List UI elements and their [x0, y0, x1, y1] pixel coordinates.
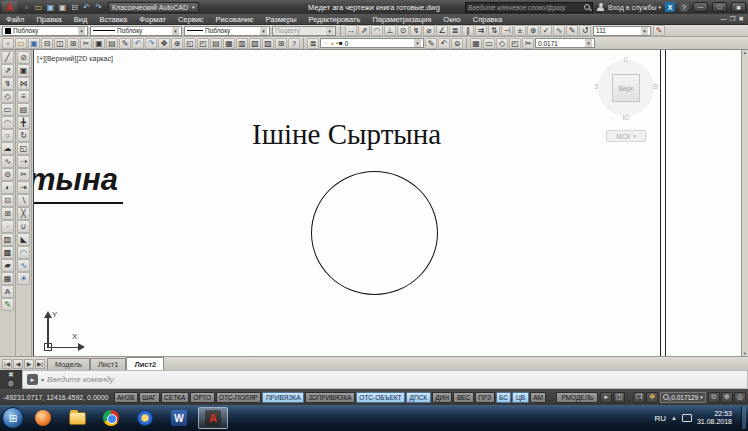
convert-to-viewport-icon[interactable]: ◰ — [509, 38, 521, 49]
menu-item[interactable]: Параметризация — [366, 15, 437, 24]
workspace-dropdown[interactable]: Классический AutoCAD ▾ — [108, 2, 199, 13]
open-file-icon[interactable]: ▭ — [15, 38, 27, 49]
drawing-canvas[interactable]: [+][Верхний][2D каркас] Ішіне Сыртына ты… — [33, 50, 741, 356]
language-indicator[interactable]: RU — [654, 414, 666, 423]
start-button[interactable]: ⊞ — [2, 407, 24, 429]
network-display-icon[interactable] — [682, 414, 692, 422]
minimize-button[interactable]: — — [693, 2, 708, 12]
spline-icon[interactable]: ∿ — [1, 155, 14, 168]
paste-icon[interactable]: ▤ — [106, 38, 118, 49]
tab-model[interactable]: Модель — [47, 358, 90, 370]
stretch-icon[interactable]: ⇢ — [17, 155, 30, 168]
quickview-layouts-icon[interactable]: ◫ — [613, 392, 625, 403]
plot-preview-icon[interactable]: ◫ — [54, 38, 66, 49]
doc-minimize-button[interactable]: — — [720, 15, 727, 23]
menu-item[interactable]: Вид — [68, 15, 94, 24]
mtext-icon[interactable]: A — [1, 285, 14, 298]
new-file-icon[interactable]: ▫ — [21, 2, 32, 13]
tab-nav-button[interactable]: ▶| — [35, 359, 45, 369]
designcenter-icon[interactable]: ▦ — [223, 38, 235, 49]
taskbar-word[interactable]: W — [164, 407, 194, 429]
help-icon[interactable]: ? — [679, 2, 689, 12]
circle-icon[interactable]: ○ — [1, 129, 14, 142]
toggle-3dosnap[interactable]: 3DПРИВЯЗКА — [305, 392, 355, 403]
dim-angular-icon[interactable]: ∠ — [436, 25, 448, 36]
layer-dropdown[interactable]: ☼☀▪■ 0 ▾ — [320, 38, 424, 48]
command-input[interactable]: ▸ ▾ Введите команду — [22, 370, 748, 389]
toggle-tpy[interactable]: ПРЗ — [475, 392, 495, 403]
explode-icon[interactable]: ☀ — [17, 272, 30, 285]
undo-icon[interactable]: ↶ — [81, 2, 92, 13]
menu-item[interactable]: Редактировать — [303, 15, 367, 24]
menu-item[interactable]: Рисование — [210, 15, 260, 24]
array-icon[interactable]: ▤ — [17, 103, 30, 116]
arc-icon[interactable]: ◠ — [1, 116, 14, 129]
table-icon[interactable]: ▦ — [1, 272, 14, 285]
gradient-icon[interactable]: ▩ — [1, 246, 14, 259]
region-icon[interactable]: ▰ — [1, 259, 14, 272]
toggle-osnap[interactable]: ПРИВЯЗКА — [262, 392, 304, 403]
dim-style-dropdown[interactable]: 111 ▾ — [593, 26, 651, 36]
revcloud-icon[interactable]: ☁ — [1, 142, 14, 155]
layer-previous-icon[interactable]: ↶ — [438, 38, 450, 49]
publish-icon[interactable]: ⊞ — [67, 38, 79, 49]
toggle-polar[interactable]: ОТС-ПОЛЯР — [216, 392, 262, 403]
dim-style-manager-icon[interactable]: ✎ — [653, 25, 665, 36]
make-block-icon[interactable]: ⊞ — [1, 207, 14, 220]
match-properties-icon[interactable]: ✎ — [119, 38, 131, 49]
menu-item[interactable]: Окно — [437, 15, 466, 24]
chevron-down-icon[interactable]: ▾ — [41, 376, 44, 383]
extend-icon[interactable]: ⇥ — [17, 181, 30, 194]
join-icon[interactable]: ∪ — [17, 220, 30, 233]
dim-arc-length-icon[interactable]: ◠ — [371, 25, 383, 36]
viewcube-east[interactable]: В — [653, 83, 658, 90]
search-icon[interactable] — [584, 4, 590, 10]
help-icon[interactable]: ? — [288, 38, 300, 49]
single-viewport-icon[interactable]: ▭ — [483, 38, 495, 49]
zoom-window-icon[interactable]: ◱ — [184, 38, 196, 49]
doc-restore-button[interactable]: ❐ — [730, 15, 736, 23]
layer-properties-icon[interactable]: ≣ — [307, 38, 319, 49]
save-icon[interactable]: ▣ — [28, 38, 40, 49]
linetype-dropdown[interactable]: Поблоку ▾ — [90, 26, 182, 36]
model-paper-toggle[interactable]: РМОДЕЛЬ — [556, 392, 598, 403]
toggle-am[interactable]: АМ — [530, 392, 547, 403]
properties-palette-icon[interactable]: ▤ — [210, 38, 222, 49]
color-dropdown[interactable]: Поблоку ▾ — [2, 26, 88, 36]
polygon-icon[interactable]: ◇ — [1, 90, 14, 103]
dim-baseline-icon[interactable]: ∥ — [462, 25, 474, 36]
pan-icon[interactable]: ✥ — [646, 392, 658, 403]
zoom-realtime-icon[interactable]: ⊕ — [171, 38, 183, 49]
point-icon[interactable]: ∙ — [1, 220, 14, 233]
menu-item[interactable]: Файл — [0, 15, 30, 24]
open-file-icon[interactable]: ▭ — [33, 2, 44, 13]
command-customize-icon[interactable]: ⚙ — [8, 381, 14, 387]
viewcube-top-face[interactable]: Верх — [612, 74, 640, 102]
line-icon[interactable]: ╱ — [1, 51, 14, 64]
layer-states-icon[interactable]: ⊜ — [451, 38, 463, 49]
toggle-infer[interactable]: АНЗВ — [114, 392, 138, 403]
save-icon[interactable]: ▣ — [45, 2, 56, 13]
viewcube[interactable]: С Ю З В Верх МСК ▾ — [592, 56, 660, 148]
break-icon[interactable]: ╳ — [17, 207, 30, 220]
new-file-icon[interactable]: ▫ — [2, 38, 14, 49]
selection-arrow-icon[interactable]: ▸ — [600, 392, 612, 403]
break-at-point-icon[interactable]: ∖ — [17, 194, 30, 207]
exchange-apps-icon[interactable]: X — [665, 2, 675, 12]
blend-curves-icon[interactable]: ∿ — [17, 259, 30, 272]
dim-radius-icon[interactable]: ⊙ — [397, 25, 409, 36]
plot-icon[interactable]: ⊟ — [41, 38, 53, 49]
viewcube-wcs-menu[interactable]: МСК ▾ — [606, 130, 646, 142]
clip-viewport-icon[interactable]: ✂ — [522, 38, 534, 49]
plot-icon[interactable]: ⊟ — [69, 2, 80, 13]
annotation-scale-dropdown[interactable]: 0.017129 ▾ — [660, 392, 706, 403]
quickview-drawings-icon[interactable]: ❐ — [633, 392, 645, 403]
command-close-icon[interactable]: ✖ — [8, 372, 14, 378]
chamfer-icon[interactable]: ◣ — [17, 233, 30, 246]
toggle-dyn[interactable]: ДИН — [432, 392, 453, 403]
coordinates-readout[interactable]: -49231.0717, 12416.4592, 0.0000 — [3, 394, 109, 401]
taskbar-media-player[interactable] — [28, 407, 58, 429]
infocenter-search-input[interactable]: Введите ключевое слово/фразу — [465, 2, 593, 13]
menu-item[interactable]: Размеры — [259, 15, 302, 24]
fillet-icon[interactable]: ◠ — [17, 246, 30, 259]
